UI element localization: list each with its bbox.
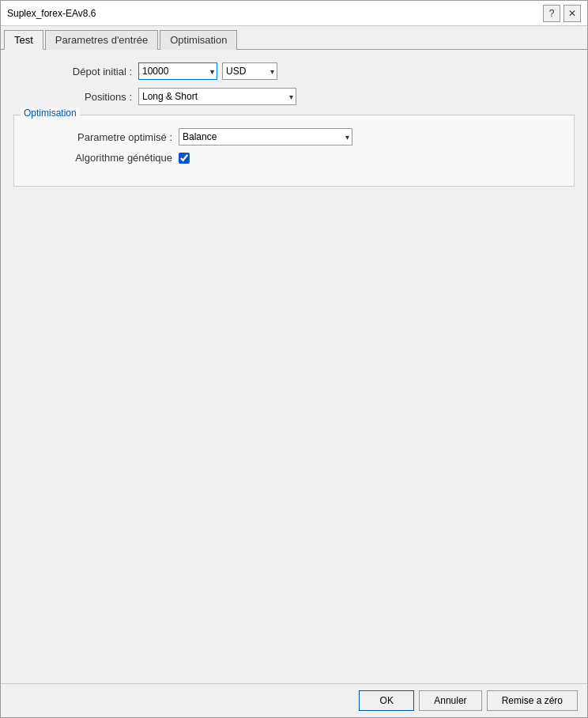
parametre-label: Parametre optimisé : <box>38 131 172 143</box>
depot-input[interactable] <box>138 62 217 80</box>
tab-test[interactable]: Test <box>4 30 43 50</box>
content-area: Dépot initial : ▾ USD EUR GBP JPY Positi… <box>1 50 587 683</box>
ok-button[interactable]: OK <box>359 690 414 711</box>
currency-select[interactable]: USD EUR GBP JPY <box>222 62 277 80</box>
algorithme-row: Algorithme génétique <box>22 152 566 164</box>
positions-select[interactable]: Long & Short Long only Short only <box>138 88 296 105</box>
help-button[interactable]: ? <box>543 5 560 22</box>
parametre-row: Parametre optimisé : Balance Profit Draw… <box>22 128 566 145</box>
parametre-select[interactable]: Balance Profit Drawdown <box>179 128 352 145</box>
title-bar-right: ? ✕ <box>543 5 581 22</box>
checkbox-wrapper <box>179 153 190 164</box>
annuler-button[interactable]: Annuler <box>419 690 481 711</box>
title-bar: Suplex_forex-EAv8.6 ? ✕ <box>1 1 587 26</box>
title-bar-left: Suplex_forex-EAv8.6 <box>7 8 96 19</box>
depot-row: Dépot initial : ▾ USD EUR GBP JPY <box>13 62 575 80</box>
group-legend: Optimisation <box>21 108 80 119</box>
tab-optimisation[interactable]: Optimisation <box>160 30 237 50</box>
algorithme-label: Algorithme génétique <box>38 152 172 164</box>
positions-label: Positions : <box>29 91 132 103</box>
optimisation-group: Optimisation Parametre optimisé : Balanc… <box>13 115 575 187</box>
optimisation-content: Parametre optimisé : Balance Profit Draw… <box>22 128 566 164</box>
bottom-bar: OK Annuler Remise a zéro <box>1 683 587 717</box>
window-title: Suplex_forex-EAv8.6 <box>7 8 96 19</box>
tab-parametres[interactable]: Parametres d'entrée <box>45 30 158 50</box>
algorithme-checkbox[interactable] <box>179 153 190 164</box>
close-button[interactable]: ✕ <box>564 5 581 22</box>
tab-bar: Test Parametres d'entrée Optimisation <box>1 26 587 50</box>
positions-row: Positions : Long & Short Long only Short… <box>13 88 575 105</box>
depot-label: Dépot initial : <box>29 66 132 77</box>
remise-button[interactable]: Remise a zéro <box>487 690 578 711</box>
main-window: Suplex_forex-EAv8.6 ? ✕ Test Parametres … <box>0 0 588 718</box>
